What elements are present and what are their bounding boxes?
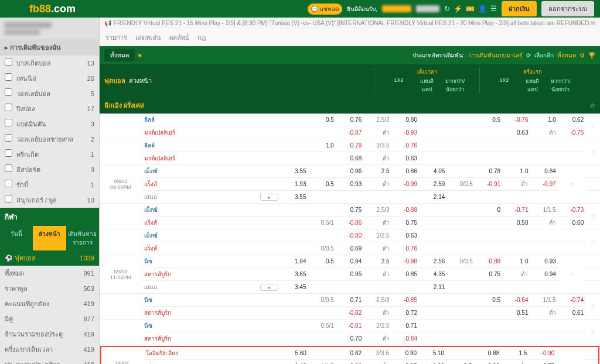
odd-cell[interactable]: -0.85 bbox=[392, 294, 420, 307]
mail-icon[interactable]: ✉ bbox=[591, 20, 595, 26]
team-name[interactable]: สตารส์บูร์ก bbox=[142, 307, 250, 320]
team-name[interactable]: สตารส์บูร์ก bbox=[142, 268, 250, 281]
refresh-icon[interactable]: ⟳ bbox=[526, 52, 531, 59]
odd-cell[interactable]: 1.99 bbox=[419, 360, 446, 365]
refresh-icon[interactable]: ↻ bbox=[444, 5, 450, 13]
odd-cell[interactable]: -0.91 bbox=[475, 178, 503, 191]
odd-cell[interactable]: 0.93 bbox=[336, 178, 364, 191]
team-name[interactable]: ลีลล์ bbox=[142, 114, 250, 126]
odd-cell[interactable]: 0.88 bbox=[474, 347, 502, 360]
odd-cell[interactable]: -0.71 bbox=[503, 204, 530, 217]
star-icon[interactable]: ★ bbox=[137, 52, 142, 59]
team-name[interactable]: มงต์เปลลิเย่ร์ bbox=[142, 126, 250, 139]
odd-cell[interactable]: 1.5 bbox=[502, 347, 529, 360]
checkbox[interactable] bbox=[5, 164, 12, 172]
fav-star[interactable]: ☆ bbox=[557, 347, 584, 364]
odd-cell[interactable]: 0.94 bbox=[530, 268, 558, 281]
odd-cell[interactable]: 0.76 bbox=[336, 114, 364, 126]
odd-cell[interactable]: 3.45 bbox=[281, 281, 308, 294]
team-name[interactable]: เปแอสเช bbox=[144, 360, 251, 365]
odd-cell[interactable]: -0.93 bbox=[392, 126, 420, 139]
fav-star[interactable]: ☆ bbox=[558, 255, 586, 294]
select-all-leagues[interactable]: ทั้งหมด bbox=[557, 51, 576, 60]
odd-cell[interactable]: 3.55 bbox=[281, 165, 308, 178]
odd-cell[interactable]: -0.86 bbox=[336, 217, 364, 229]
team-name[interactable]: ลีลล์ bbox=[142, 139, 250, 152]
odd-cell[interactable]: 0.97 bbox=[391, 360, 419, 365]
odd-cell[interactable]: 0.63 bbox=[392, 152, 420, 165]
odd-cell[interactable]: -0.82 bbox=[336, 307, 364, 320]
odd-cell[interactable]: 2.59 bbox=[420, 178, 447, 191]
odd-cell[interactable]: 0.69 bbox=[336, 242, 364, 255]
fav-star[interactable]: ☆ bbox=[586, 320, 600, 345]
trophy-icon[interactable]: 🏆 bbox=[588, 52, 595, 59]
fav-star[interactable]: ☆ bbox=[586, 294, 600, 320]
odd-cell[interactable]: ต่ำ bbox=[364, 307, 391, 320]
more-button[interactable]: ▸ bbox=[260, 284, 278, 291]
odd-cell[interactable]: ต่ำ bbox=[502, 360, 529, 365]
odd-cell[interactable]: 3/3.5 bbox=[364, 347, 391, 360]
odd-cell[interactable]: -0.87 bbox=[336, 126, 364, 139]
odd-cell[interactable]: ต่ำ bbox=[364, 126, 391, 139]
odd-cell[interactable]: 0.82 bbox=[336, 347, 364, 360]
tab-betslip[interactable]: เลดทเล่น bbox=[135, 32, 161, 43]
odd-cell[interactable]: ต่ำ bbox=[530, 217, 558, 229]
odd-cell[interactable]: -0.76 bbox=[392, 242, 420, 255]
sport-item[interactable]: จำนวนรวมของประตู419 bbox=[0, 327, 99, 342]
odd-cell[interactable]: 0.84 bbox=[530, 165, 558, 178]
odd-cell[interactable]: 0.5 bbox=[308, 114, 336, 126]
odd-cell[interactable]: 0.5/1 bbox=[308, 320, 336, 332]
odd-cell[interactable]: 0.5 bbox=[446, 360, 474, 365]
odd-cell[interactable]: 0.77 bbox=[529, 360, 557, 365]
odd-cell[interactable]: 0.80 bbox=[392, 114, 420, 126]
team-name[interactable]: แร็งส์ bbox=[142, 217, 250, 229]
odd-cell[interactable]: -0.90 bbox=[529, 347, 557, 360]
odd-cell[interactable]: ต่ำ bbox=[364, 242, 391, 255]
user-icon[interactable]: 👤 bbox=[478, 5, 487, 13]
odd-cell[interactable]: 2.5/3 bbox=[364, 294, 391, 307]
sport-item[interactable]: มีคู่877 bbox=[0, 311, 99, 327]
team-name[interactable]: เสมอ bbox=[142, 191, 250, 204]
odd-cell[interactable]: 0.63 bbox=[503, 126, 530, 139]
odd-cell[interactable]: 0.5 bbox=[475, 294, 503, 307]
odd-cell[interactable]: ต่ำ bbox=[364, 217, 391, 229]
odd-cell[interactable]: -0.97 bbox=[530, 178, 558, 191]
checkbox[interactable] bbox=[5, 88, 12, 96]
odd-cell[interactable]: -0.73 bbox=[558, 204, 586, 217]
odd-cell[interactable]: 4.05 bbox=[420, 165, 447, 178]
team-name[interactable]: นีซ bbox=[142, 255, 250, 268]
odd-cell[interactable]: 0.60 bbox=[558, 217, 586, 229]
odd-cell[interactable]: 0.99 bbox=[474, 360, 502, 365]
checkbox[interactable] bbox=[5, 195, 12, 202]
checkbox[interactable] bbox=[5, 58, 12, 66]
odd-cell[interactable]: 2.5/3 bbox=[364, 204, 391, 217]
odd-cell[interactable]: 0.85 bbox=[392, 268, 420, 281]
mybet-item[interactable]: สนุกเกอร์ / พูล10 bbox=[0, 193, 99, 208]
odd-cell[interactable]: ต่ำ bbox=[503, 268, 530, 281]
fav-star[interactable]: ☆ bbox=[586, 114, 600, 139]
odd-cell[interactable]: ต่ำ bbox=[530, 126, 558, 139]
odd-cell[interactable]: 0.68 bbox=[336, 152, 364, 165]
tab-rules[interactable]: กฎ bbox=[197, 32, 206, 43]
team-name[interactable]: สตารส์บูร์ก bbox=[142, 332, 250, 345]
odd-cell[interactable]: 0.58 bbox=[503, 217, 530, 229]
sport-item[interactable]: ครึ่งแรก/เต็มเวลา419 bbox=[0, 342, 99, 357]
odd-cell[interactable]: -0.84 bbox=[392, 332, 420, 345]
tab-list[interactable]: รายการ bbox=[105, 32, 127, 43]
odd-cell[interactable]: 0.78 bbox=[475, 165, 503, 178]
odd-cell[interactable]: 2.14 bbox=[420, 191, 447, 204]
odd-cell[interactable]: 0.61 bbox=[558, 307, 586, 320]
team-name[interactable]: แร็งส์ bbox=[142, 178, 250, 191]
odd-cell[interactable]: ต่ำ bbox=[364, 152, 391, 165]
checkbox[interactable] bbox=[5, 180, 12, 187]
odd-cell[interactable]: -0.80 bbox=[336, 229, 364, 242]
filter-all[interactable]: ทั้งหมด bbox=[104, 49, 135, 61]
odd-cell[interactable]: 2.5 bbox=[364, 165, 391, 178]
odd-cell[interactable]: ต่ำ bbox=[364, 178, 391, 191]
odd-cell[interactable]: 1.93 bbox=[281, 178, 308, 191]
odd-cell[interactable]: 3.65 bbox=[281, 268, 308, 281]
mybet-item[interactable]: บาสเก็ตบอล13 bbox=[0, 56, 99, 71]
odd-cell[interactable]: 5.60 bbox=[281, 347, 309, 360]
fav-star[interactable]: ☆ bbox=[586, 139, 600, 165]
odd-cell[interactable]: 1.0 bbox=[530, 114, 558, 126]
